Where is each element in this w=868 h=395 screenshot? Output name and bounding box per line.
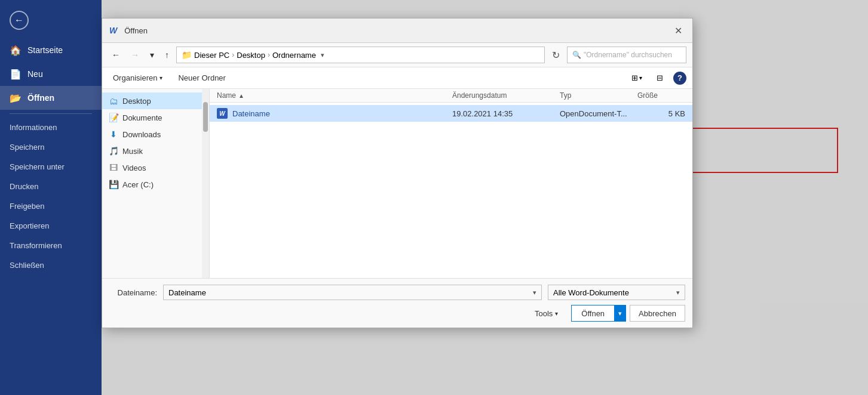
sidebar-item-schliessen[interactable]: Schließen xyxy=(0,255,102,275)
dialog-body: 🗂 Desktop 📝 Dokumente ⬇ Downloads 🎵 Musi… xyxy=(102,89,692,278)
open-main-button[interactable]: Öffnen xyxy=(571,305,614,322)
new-folder-label: Neuer Ordner xyxy=(178,73,225,82)
sidebar-item-informationen[interactable]: Informationen xyxy=(0,118,102,137)
cancel-button[interactable]: Abbrechen xyxy=(630,305,685,322)
tree-item-dokumente-label: Dokumente xyxy=(122,113,162,122)
file-list-body: W Dateiname 19.02.2021 14:35 OpenDocumen… xyxy=(210,103,692,278)
sort-icon: ▲ xyxy=(238,92,244,99)
search-placeholder: "Ordnername" durchsuchen xyxy=(584,51,672,59)
sidebar-item-neu[interactable]: 📄 Neu xyxy=(0,62,102,86)
header-type[interactable]: Typ xyxy=(560,91,637,100)
nav-dropdown-button[interactable]: ▾ xyxy=(146,48,158,62)
open-dropdown-button[interactable]: ▾ xyxy=(614,305,626,322)
sidebar-divider xyxy=(10,113,92,114)
dialog-title-text: Öffnen xyxy=(124,26,666,35)
acer-icon: 💾 xyxy=(108,179,119,190)
filename-value: Dateiname xyxy=(168,288,206,297)
tree-item-acer-label: Acer (C:) xyxy=(122,180,154,189)
organize-button[interactable]: Organisieren ▾ xyxy=(108,71,167,85)
sidebar-item-drucken[interactable]: Drucken xyxy=(0,177,102,196)
nav-back-button[interactable]: ← xyxy=(108,48,124,62)
header-name[interactable]: Name ▲ xyxy=(217,91,452,100)
help-button[interactable]: ? xyxy=(673,72,686,85)
address-folder-icon: 📁 xyxy=(182,50,192,60)
tree-item-downloads-label: Downloads xyxy=(122,130,161,139)
filetype-dropdown-icon: ▾ xyxy=(676,289,680,297)
tree-item-acer[interactable]: 💾 Acer (C:) xyxy=(102,176,209,193)
word-title-icon: W xyxy=(109,26,117,35)
sidebar-item-transformieren[interactable]: Transformieren xyxy=(0,236,102,255)
dialog-actionbar: Organisieren ▾ Neuer Ordner ⊞ ▾ ⊟ ? xyxy=(102,67,692,89)
open-icon: 📂 xyxy=(10,92,22,104)
sidebar-scrollbar[interactable] xyxy=(202,89,209,278)
file-list-header: Name ▲ Änderungsdatum Typ Größe xyxy=(210,89,692,103)
scrollbar-thumb xyxy=(203,102,208,132)
tree-item-musik-label: Musik xyxy=(122,147,143,156)
filename-input[interactable]: Dateiname ▾ xyxy=(163,285,542,300)
desktop-folder-icon: 🗂 xyxy=(108,95,119,106)
dialog-titlebar: W Öffnen ✕ xyxy=(102,18,692,43)
nav-forward-button[interactable]: → xyxy=(127,48,143,62)
sidebar-item-label: Öffnen xyxy=(27,93,54,103)
header-size[interactable]: Größe xyxy=(637,91,685,100)
search-icon: 🔍 xyxy=(572,51,581,59)
tree-item-desktop-label: Desktop xyxy=(122,97,151,106)
sidebar-item-label: Startseite xyxy=(27,45,63,55)
tree-item-videos-label: Videos xyxy=(122,163,146,172)
tree-item-dokumente[interactable]: 📝 Dokumente xyxy=(102,109,209,126)
filename-row: Dateiname: Dateiname ▾ Alle Word-Dokumen… xyxy=(109,285,685,300)
videos-icon: 🎞 xyxy=(108,162,119,173)
sidebar-item-speichern-unter[interactable]: Speichern unter xyxy=(0,157,102,177)
main-content: Öffnen ⊕ Ort hinzufügen Durchsuchen um n… xyxy=(102,0,868,395)
exportieren-label: Exportieren xyxy=(10,221,49,230)
sidebar-item-exportieren[interactable]: Exportieren xyxy=(0,216,102,236)
refresh-button[interactable]: ↻ xyxy=(548,47,563,63)
preview-button[interactable]: ⊟ xyxy=(652,71,667,85)
new-icon: 📄 xyxy=(10,68,22,80)
organize-chevron: ▾ xyxy=(160,75,162,81)
file-type: OpenDocument-T... xyxy=(560,109,637,118)
address-dropdown-button[interactable]: ▾ xyxy=(318,51,327,59)
sidebar-nav: 🏠 Startseite 📄 Neu 📂 Öffnen Informatione… xyxy=(0,36,102,277)
word-file-icon: W xyxy=(217,108,228,119)
view-chevron: ▾ xyxy=(639,75,642,81)
file-row[interactable]: W Dateiname 19.02.2021 14:35 OpenDocumen… xyxy=(210,105,692,122)
organize-label: Organisieren xyxy=(113,73,157,82)
header-date[interactable]: Änderungsdatum xyxy=(452,91,560,100)
folder-tree-pane: 🗂 Desktop 📝 Dokumente ⬇ Downloads 🎵 Musi… xyxy=(102,89,210,278)
left-sidebar: ← 🏠 Startseite 📄 Neu 📂 Öffnen Informatio… xyxy=(0,0,102,395)
nav-up-button[interactable]: ↑ xyxy=(161,48,173,62)
address-bar[interactable]: 📁 Dieser PC › Desktop › Ordnername ▾ xyxy=(176,47,545,63)
sidebar-item-freigeben[interactable]: Freigeben xyxy=(0,196,102,216)
filename-label: Dateiname: xyxy=(109,288,157,297)
file-name-cell: W Dateiname xyxy=(217,108,452,119)
filename-dropdown-icon: ▾ xyxy=(533,289,536,297)
footer-buttons: Tools ▾ Öffnen ▾ Abbrechen xyxy=(109,305,685,322)
downloads-icon: ⬇ xyxy=(108,129,119,140)
back-button[interactable]: ← xyxy=(10,11,29,30)
address-part-3: Ordnername xyxy=(272,51,316,60)
file-name: Dateiname xyxy=(232,109,270,118)
tree-item-videos[interactable]: 🎞 Videos xyxy=(102,159,209,176)
sidebar-item-label: Neu xyxy=(27,69,43,79)
tree-item-desktop[interactable]: 🗂 Desktop xyxy=(102,92,209,109)
tree-item-downloads[interactable]: ⬇ Downloads xyxy=(102,126,209,143)
dialog-close-button[interactable]: ✕ xyxy=(671,23,685,38)
tools-button[interactable]: Tools ▾ xyxy=(530,307,563,320)
speichern-unter-label: Speichern unter xyxy=(10,162,65,171)
home-icon: 🏠 xyxy=(10,44,22,56)
filetype-value: Alle Word-Dokumente xyxy=(553,288,629,297)
filetype-select[interactable]: Alle Word-Dokumente ▾ xyxy=(548,285,685,300)
informationen-label: Informationen xyxy=(10,123,57,132)
sidebar-item-oeffnen[interactable]: 📂 Öffnen xyxy=(0,86,102,110)
sidebar-item-startseite[interactable]: 🏠 Startseite xyxy=(0,38,102,62)
file-list-pane: Name ▲ Änderungsdatum Typ Größe xyxy=(210,89,692,278)
dialog-overlay: W Öffnen ✕ ← → ▾ ↑ 📁 Dieser PC › Desktop… xyxy=(102,0,868,395)
view-button[interactable]: ⊞ ▾ xyxy=(627,71,646,85)
new-folder-button[interactable]: Neuer Ordner xyxy=(173,71,230,85)
tree-item-musik[interactable]: 🎵 Musik xyxy=(102,143,209,159)
view-grid-icon: ⊞ xyxy=(631,73,638,82)
search-box: 🔍 "Ordnername" durchsuchen xyxy=(567,47,686,63)
sidebar-item-speichern[interactable]: Speichern xyxy=(0,137,102,157)
open-dialog: W Öffnen ✕ ← → ▾ ↑ 📁 Dieser PC › Desktop… xyxy=(102,18,693,328)
